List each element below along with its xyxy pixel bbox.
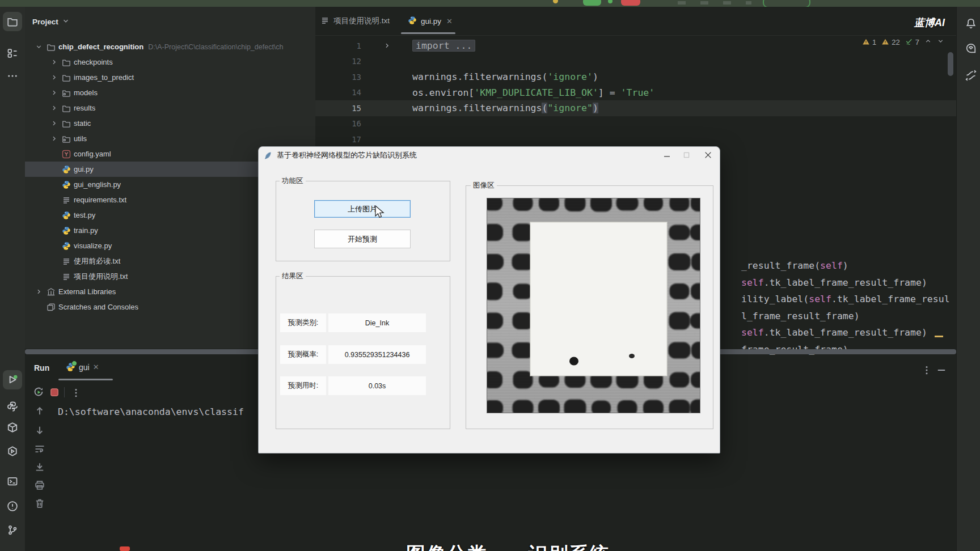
chevron-right-icon[interactable] [48, 89, 60, 96]
kebab-icon[interactable] [921, 364, 932, 376]
tab-usage-notes[interactable]: 项目使用说明.txt [320, 7, 390, 35]
maximize-button[interactable] [677, 147, 696, 163]
tree-item-path: D:\A-Project\C\classification\chip_defec… [148, 43, 283, 51]
yellow-caret-mark [935, 336, 943, 337]
close-tab-icon[interactable]: ✕ [446, 17, 453, 26]
tree-item-utils[interactable]: utils [25, 131, 315, 146]
chevron-right-icon[interactable] [48, 58, 60, 66]
code-fragment-line-0: _result_frame(self) [741, 257, 950, 274]
left-tool-stripe [0, 7, 26, 551]
stop-icon[interactable] [49, 387, 60, 398]
tree-item-label: train.py [74, 226, 98, 235]
stripe-more-icon[interactable] [3, 66, 22, 86]
stripe-structure-icon[interactable] [3, 44, 22, 63]
tree-item-label: models [74, 88, 98, 97]
line-number: 13 [315, 73, 361, 82]
code-editor[interactable]: 1import ...1213warnings.filterwarnings('… [315, 38, 956, 147]
tree-item-label: 使用前必读.txt [74, 256, 120, 266]
minimize-button[interactable] [657, 147, 677, 163]
print-icon[interactable] [34, 480, 45, 491]
python-icon [60, 165, 73, 174]
editor-scrollbar[interactable] [948, 52, 953, 76]
stripe-run-icon[interactable] [3, 370, 22, 389]
chevron-down-icon [62, 17, 70, 27]
stripe-services-icon[interactable] [3, 442, 22, 461]
predict-time-value: 0.03s [328, 376, 426, 395]
close-run-tab-icon[interactable]: ✕ [93, 363, 99, 371]
stripe-ai-assistant-icon[interactable] [961, 39, 980, 58]
tree-item-images_to_predict[interactable]: images_to_predict [25, 70, 315, 85]
console-output[interactable]: D:\software\anaconda\envs\classif [58, 406, 244, 417]
stripe-notifications-bell-icon[interactable] [961, 14, 980, 33]
soft-wrap-icon[interactable] [34, 443, 45, 455]
predict-prob-label: 预测概率: [280, 345, 326, 364]
tab-gui-py[interactable]: gui.py ✕ [408, 7, 453, 35]
scroll-end-icon[interactable] [34, 461, 45, 473]
code-fragment-line-4: self.tk_label_frame_result_frame) [741, 324, 950, 341]
chevron-right-icon[interactable] [48, 120, 60, 127]
tab-label: 项目使用说明.txt [333, 16, 390, 26]
chevron-right-icon[interactable] [32, 288, 45, 295]
rerun-icon[interactable] [33, 386, 44, 397]
chevron-right-icon[interactable] [48, 74, 60, 81]
dialog-titlebar[interactable]: 基于卷积神经网络模型的芯片缺陷识别系统 [259, 147, 720, 164]
fold-chevron-icon[interactable] [361, 42, 412, 49]
stripe-python-packages-icon[interactable] [3, 418, 22, 437]
line-number: 17 [315, 135, 361, 144]
code-line-17[interactable]: 17 [315, 132, 956, 147]
tree-item-checkpoints[interactable]: checkpoints [25, 54, 315, 70]
chevron-down-icon[interactable] [32, 43, 45, 50]
upload-image-button[interactable]: 上传图片 [314, 200, 411, 218]
down-arrow-icon[interactable] [34, 425, 45, 436]
watermark-text: 蓝博AI [914, 16, 945, 29]
prev-problem-icon[interactable] [924, 37, 932, 46]
stripe-terminal-icon[interactable] [3, 472, 22, 491]
inspections-widget[interactable]: 1 22 7 [862, 37, 944, 46]
chevron-right-icon[interactable] [48, 104, 60, 112]
kebab-icon[interactable] [70, 387, 82, 399]
stripe-python-console-icon[interactable] [3, 397, 22, 416]
stripe-version-control-icon[interactable] [3, 520, 22, 540]
python-icon [60, 180, 73, 189]
titlebar-green-dot [608, 0, 612, 3]
warning-badge: 1 [862, 38, 876, 46]
code-line-13[interactable]: 13warnings.filterwarnings('ignore') [315, 69, 956, 85]
code-line-12[interactable]: 12 [315, 54, 956, 70]
up-arrow-icon[interactable] [34, 405, 45, 417]
function-area-label: 功能区 [280, 177, 306, 185]
start-predict-button[interactable]: 开始预测 [314, 230, 411, 248]
stripe-project-folder-icon[interactable] [3, 12, 22, 31]
tab-label: gui.py [421, 17, 441, 26]
chevron-right-icon[interactable] [48, 135, 60, 142]
titlebar-stop-button[interactable] [621, 0, 640, 6]
folder-icon [45, 43, 57, 52]
tree-item-models[interactable]: models [25, 85, 315, 100]
code-fragment-line-3: l_frame_result_frame) [741, 308, 950, 325]
function-area-group: 功能区 [276, 181, 450, 261]
close-button[interactable] [698, 147, 717, 163]
python-icon [60, 211, 73, 220]
code-line-16[interactable]: 16 [315, 116, 956, 132]
clear-icon[interactable] [34, 498, 45, 509]
tree-item-static[interactable]: static [25, 116, 315, 131]
code-line-1[interactable]: 1import ... [315, 38, 956, 54]
tree-item-label: images_to_predict [74, 73, 134, 82]
tree-item-results[interactable]: results [25, 100, 315, 116]
code-line-15[interactable]: 15warnings.filterwarnings("ignore") [315, 100, 956, 116]
code-line-14[interactable]: 14os.environ['KMP_DUPLICATE_LIB_OK'] = '… [315, 85, 956, 101]
titlebar-run-button[interactable] [583, 0, 601, 6]
tree-item-label: test.py [74, 211, 95, 219]
stripe-problems-icon[interactable] [3, 497, 22, 516]
hide-icon[interactable] [936, 364, 947, 376]
run-tab-gui[interactable]: gui ✕ [66, 362, 99, 372]
library-icon [45, 287, 57, 296]
project-panel-header[interactable]: Project [32, 17, 70, 27]
stripe-code-with-me-icon[interactable] [961, 66, 980, 85]
tree-item-chip_defect_recognition[interactable]: chip_defect_recognitionD:\A-Project\C\cl… [25, 39, 315, 54]
running-dot [71, 361, 77, 366]
project-panel-title: Project [32, 18, 58, 26]
next-problem-icon[interactable] [937, 37, 944, 46]
code-text: import ... [412, 40, 475, 51]
line-number: 15 [315, 104, 361, 113]
tree-item-label: Scratches and Consoles [58, 303, 138, 311]
